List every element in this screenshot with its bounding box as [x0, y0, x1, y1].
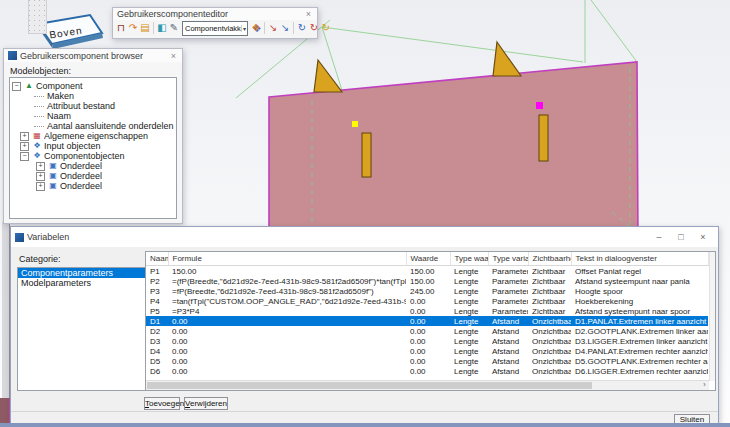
- model-objects-tree[interactable]: ▲ Component Maken Attribuut bestand Naam…: [9, 77, 177, 219]
- col-zichtbaarheid[interactable]: Zichtbaarheid: [528, 252, 571, 266]
- remove-button[interactable]: Verwijderen: [184, 397, 228, 410]
- category-list[interactable]: Componentparameters Modelparameters: [17, 267, 147, 391]
- scroll-right-icon[interactable]: ›: [700, 381, 709, 389]
- batten-right[interactable]: [539, 115, 548, 161]
- category-item-modelparameters[interactable]: Modelparameters: [18, 278, 146, 288]
- horizontal-scrollbar[interactable]: ›: [146, 380, 709, 390]
- pencil-ruler-icon[interactable]: ✎: [168, 22, 180, 35]
- expand-icon[interactable]: [20, 142, 29, 151]
- browser-title: Gebruikerscomponent browser: [20, 51, 169, 61]
- bracket-right[interactable]: [493, 42, 521, 76]
- red-plane-arrow-icon[interactable]: ↘: [267, 22, 279, 35]
- col-type-variabele[interactable]: Type variabele: [488, 252, 528, 266]
- col-type-waarde[interactable]: Type waarde: [450, 252, 488, 266]
- input-objects-icon: ❖: [32, 142, 42, 150]
- component-faces-dropdown[interactable]: Componentvlakken ▾: [182, 21, 248, 36]
- table-row[interactable]: P4=tan(fTpl("CUSTOM.OOP_ANGLE_RAD","6d21…: [146, 296, 708, 306]
- dropdown-value: Componentvlakken: [185, 24, 241, 33]
- expand-icon[interactable]: [36, 162, 45, 171]
- tree-connector: [34, 96, 44, 97]
- colored-faces-icon[interactable]: ❖: [250, 22, 262, 35]
- collapse-icon[interactable]: [20, 152, 29, 161]
- tree-item-naam[interactable]: Naam: [34, 111, 176, 121]
- collapse-icon[interactable]: [12, 82, 21, 91]
- table-row[interactable]: D20.00 0.00Lengte AfstandOnzichtbaar D2.…: [146, 326, 708, 336]
- col-formule[interactable]: Formule: [168, 252, 406, 266]
- variables-titlebar[interactable]: Variabelen – □ ×: [11, 227, 718, 247]
- folder-icon[interactable]: ▤: [139, 22, 151, 35]
- col-tekst[interactable]: Tekst in dialoogvenster: [571, 252, 708, 266]
- component-editor-toolbar: Gebruikerscomponenteditor × ⊓ ↷ ▤ ◧ ✎ Co…: [112, 7, 318, 39]
- app-icon: [15, 233, 24, 242]
- tree-item-onderdeel[interactable]: ▣ Onderdeel: [36, 181, 176, 191]
- view-cube[interactable]: Boven: [38, 15, 103, 49]
- tree-item-input-objecten[interactable]: ❖ Input objecten: [20, 141, 176, 151]
- col-naam[interactable]: Naam: [146, 252, 168, 266]
- part-icon: ▣: [48, 172, 58, 180]
- tree-connector: [34, 116, 44, 117]
- tree-item-attribuut-bestand[interactable]: Attribuut bestand: [34, 101, 176, 111]
- component-browser-panel: Gebruikerscomponent browser × Modelobjec…: [3, 48, 183, 224]
- expand-icon[interactable]: [20, 132, 29, 141]
- variables-table[interactable]: Naam Formule Waarde Type waarde Type var…: [145, 251, 716, 391]
- editor-toolbar-buttons: ⊓ ↷ ▤ ◧ ✎ Componentvlakken ▾ ❖ ↘ ↘ ↻ ↻ ↻: [113, 20, 317, 36]
- table-row[interactable]: D50.00 0.00Lengte AfstandOnzichtbaar D5.…: [146, 356, 708, 366]
- rotate-blue-icon[interactable]: ↻: [296, 22, 308, 35]
- vertical-scrollbar[interactable]: [709, 252, 715, 381]
- table-row[interactable]: D60.00 0.00Lengte AfstandOnzichtbaar D6.…: [146, 366, 708, 376]
- tree-connector: [34, 106, 44, 107]
- handle-yellow[interactable]: [352, 121, 358, 127]
- minimize-icon[interactable]: –: [648, 232, 670, 242]
- editor-toolbar-titlebar[interactable]: Gebruikerscomponenteditor ×: [113, 8, 317, 20]
- rotate-red-icon[interactable]: ↻: [308, 22, 320, 35]
- rotate-yellow-icon[interactable]: ↻: [320, 22, 332, 35]
- browser-titlebar[interactable]: Gebruikerscomponent browser ×: [4, 49, 182, 62]
- tree-item-aantal-onderdelen[interactable]: Aantal aansluitende onderdelen: [34, 121, 176, 131]
- table-row[interactable]: P2=(fP(Breedte,"6d21d92e-7eed-431b-98c9-…: [146, 276, 708, 286]
- window-bottom-edge: [0, 423, 730, 427]
- tree-item-component[interactable]: ▲ Component: [12, 81, 176, 91]
- scrollbar-thumb[interactable]: [147, 382, 592, 389]
- table-row-selected[interactable]: D10.00 0.00Lengte AfstandOnzichtbaar D1.…: [146, 316, 708, 326]
- table-row[interactable]: P3=fP(Breedte,"6d21d92e-7eed-431b-98c9-5…: [146, 286, 708, 296]
- properties-icon: ▦: [32, 132, 42, 140]
- close-icon[interactable]: ×: [169, 51, 178, 61]
- tree-item-componentobjecten[interactable]: ❖ Componentobjecten: [20, 151, 176, 161]
- table-row[interactable]: D40.00 0.00Lengte AfstandOnzichtbaar D4.…: [146, 346, 708, 356]
- close-icon[interactable]: ×: [692, 232, 714, 242]
- tree-item-onderdeel[interactable]: ▣ Onderdeel: [36, 161, 176, 171]
- toolbar-separator: [293, 22, 294, 34]
- blue-plane-arrow-icon[interactable]: ↘: [279, 22, 291, 35]
- expand-icon[interactable]: [36, 182, 45, 191]
- table-row[interactable]: P1150.00 150.00Lengte ParameterZichtbaar…: [146, 266, 708, 277]
- workbench-icon[interactable]: ⊓: [115, 22, 127, 35]
- plane-icon[interactable]: ◧: [156, 22, 168, 35]
- close-icon[interactable]: ×: [304, 9, 313, 19]
- app-screen: Boven Gebruikerscomponenteditor × ⊓ ↷ ▤ …: [0, 0, 730, 427]
- model-objects-label: Modelobjecten:: [4, 62, 182, 76]
- batten-left[interactable]: [362, 133, 371, 177]
- variables-title: Variabelen: [27, 232, 648, 242]
- handle-magenta[interactable]: [536, 102, 543, 109]
- variables-dialog: Variabelen – □ × Categorie: Componentpar…: [10, 226, 719, 424]
- tree-item-maken[interactable]: Maken: [34, 91, 176, 101]
- part-icon: ▣: [48, 182, 58, 190]
- mini-toolbar-handle[interactable]: [28, 0, 47, 34]
- table-header-row: Naam Formule Waarde Type waarde Type var…: [146, 252, 708, 266]
- bend-arrow-icon[interactable]: ↷: [127, 22, 139, 35]
- add-button[interactable]: Toevoegen: [144, 397, 180, 410]
- tree-item-onderdeel[interactable]: ▣ Onderdeel: [36, 171, 176, 181]
- col-waarde[interactable]: Waarde: [406, 252, 450, 266]
- tree-item-algemene-eigenschappen[interactable]: ▦ Algemene eigenschappen: [20, 131, 176, 141]
- chevron-down-icon[interactable]: ▾: [241, 25, 247, 32]
- category-label: Categorie:: [19, 254, 61, 264]
- toolbar-separator: [153, 22, 154, 34]
- expand-icon[interactable]: [36, 172, 45, 181]
- view-frame-edge: [2, 222, 10, 427]
- table-row[interactable]: P5=P3*P4 0.00Lengte ParameterZichtbaar A…: [146, 306, 708, 316]
- button-area-divider: [11, 411, 718, 412]
- category-item-componentparameters[interactable]: Componentparameters: [18, 268, 146, 278]
- component-objects-icon: ❖: [32, 152, 42, 160]
- maximize-icon[interactable]: □: [670, 232, 692, 242]
- table-row[interactable]: D30.00 0.00Lengte AfstandOnzichtbaar D3.…: [146, 336, 708, 346]
